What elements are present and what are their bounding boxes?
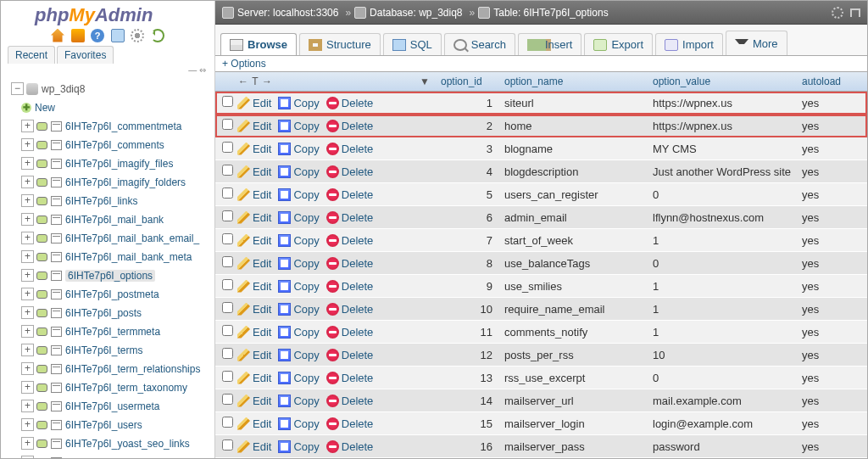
col-option-value[interactable]: option_value [653,76,710,87]
page-settings-icon[interactable] [832,7,843,19]
table-node[interactable]: +6IHTe7p6I_options [6,266,214,285]
table-node[interactable]: +6IHTe7p6I_postmeta [6,285,214,304]
tab-search[interactable]: Search [444,33,515,55]
row-checkbox[interactable] [222,417,233,428]
row-checkbox[interactable] [222,439,233,451]
table-node[interactable]: +6IHTe7p6I_imagify_files [6,154,214,173]
delete-link[interactable]: Delete [326,417,374,430]
table-node[interactable]: +6IHTe7p6I_mail_bank_email_ [6,229,214,248]
link-icon[interactable] [36,290,47,299]
copy-link[interactable]: Copy [278,349,319,361]
delete-link[interactable]: Delete [326,303,374,316]
link-icon[interactable] [36,216,47,224]
expand-icon[interactable]: + [21,418,34,431]
table-node[interactable]: +6IHTe7p6I_links [6,192,214,210]
collapse-bar[interactable]: — ⇔ [1,64,214,76]
arrow-left-icon[interactable]: ← [237,76,249,87]
link-icon[interactable] [36,197,47,205]
delete-link[interactable]: Delete [326,97,374,109]
table-node[interactable]: +6IHTe7p6I_posts [6,304,214,322]
copy-link[interactable]: Copy [278,188,319,201]
recent-tab[interactable]: Recent [8,46,55,64]
tab-more[interactable]: More [726,31,787,55]
expand-icon[interactable]: + [21,120,34,132]
row-checkbox[interactable] [222,325,233,336]
link-icon[interactable] [36,439,47,448]
copy-link[interactable]: Copy [278,417,319,430]
table-node[interactable]: +6IHTe7p6I_term_relationships [6,360,214,378]
docs-icon[interactable]: ? [91,29,104,42]
delete-link[interactable]: Delete [326,257,374,270]
link-icon[interactable] [36,234,47,243]
row-checkbox[interactable] [222,188,233,199]
expand-icon[interactable]: + [21,213,34,226]
edit-link[interactable]: Edit [237,257,271,270]
expand-icon[interactable]: + [21,176,34,188]
delete-link[interactable]: Delete [326,234,374,247]
expand-icon[interactable]: + [21,138,34,151]
table-node[interactable]: +6IHTe7p6I_usermeta [6,397,214,416]
expand-icon[interactable]: + [21,306,34,319]
expand-icon[interactable]: + [21,194,34,207]
link-icon[interactable] [36,178,47,187]
tab-export[interactable]: Export [584,33,653,55]
col-option-name[interactable]: option_name [504,76,563,87]
expand-icon[interactable]: + [21,250,34,263]
link-icon[interactable] [36,383,47,392]
row-checkbox[interactable] [222,394,233,405]
tab-insert[interactable]: Insert [518,33,582,55]
tab-structure[interactable]: Structure [299,33,381,55]
table-node[interactable]: +6IHTe7p6I_mail_bank_meta [6,248,214,266]
link-icon[interactable] [36,421,47,429]
edit-link[interactable]: Edit [237,97,271,109]
copy-link[interactable]: Copy [278,280,319,293]
delete-link[interactable]: Delete [326,326,374,339]
logo[interactable]: phpMyAdmin [1,1,214,26]
copy-link[interactable]: Copy [278,326,319,339]
edit-link[interactable]: Edit [237,211,271,224]
tab-import[interactable]: Import [655,33,723,55]
copy-link[interactable]: Copy [278,440,319,453]
delete-link[interactable]: Delete [326,188,374,201]
row-checkbox[interactable] [222,256,233,267]
copy-link[interactable]: Copy [278,120,319,132]
breadcrumb-database[interactable]: Database: wp_3diq8 [354,7,462,19]
table-node[interactable]: +6IHTe7p6I_mail_bank [6,210,214,229]
link-icon[interactable] [36,402,47,411]
row-checkbox[interactable] [222,119,233,130]
settings-icon[interactable] [131,29,144,42]
collapse-icon[interactable]: − [11,82,24,95]
db-node[interactable]: − wp_3diq8 [6,80,214,98]
table-node[interactable]: +6IHTe7p6I_yoast_seo_meta [6,453,214,458]
delete-link[interactable]: Delete [326,165,374,178]
options-link[interactable]: + Options [222,58,266,70]
table-node[interactable]: +6IHTe7p6I_comments [6,136,214,154]
row-checkbox[interactable] [222,210,233,221]
delete-link[interactable]: Delete [326,440,374,453]
sql-query-icon[interactable] [111,29,125,42]
row-checkbox[interactable] [222,165,233,176]
edit-link[interactable]: Edit [237,372,271,384]
row-checkbox[interactable] [222,142,233,153]
link-icon[interactable] [36,253,47,261]
breadcrumb-server[interactable]: Server: localhost:3306 [222,7,338,19]
copy-link[interactable]: Copy [278,372,319,384]
col-autoload[interactable]: autoload [802,76,841,87]
row-checkbox[interactable] [222,302,233,313]
reload-icon[interactable] [151,29,164,42]
edit-link[interactable]: Edit [237,165,271,178]
tab-sql[interactable]: SQL [383,33,442,55]
edit-link[interactable]: Edit [237,303,271,316]
copy-link[interactable]: Copy [278,234,319,247]
tab-browse[interactable]: Browse [220,33,297,55]
copy-link[interactable]: Copy [278,257,319,270]
table-node[interactable]: +6IHTe7p6I_terms [6,341,214,360]
home-icon[interactable] [51,29,64,42]
edit-link[interactable]: Edit [237,143,271,155]
row-checkbox[interactable] [222,96,233,107]
expand-icon[interactable]: + [21,157,34,170]
edit-link[interactable]: Edit [237,349,271,361]
expand-icon[interactable]: + [21,232,34,244]
link-icon[interactable] [36,122,47,131]
edit-link[interactable]: Edit [237,234,271,247]
